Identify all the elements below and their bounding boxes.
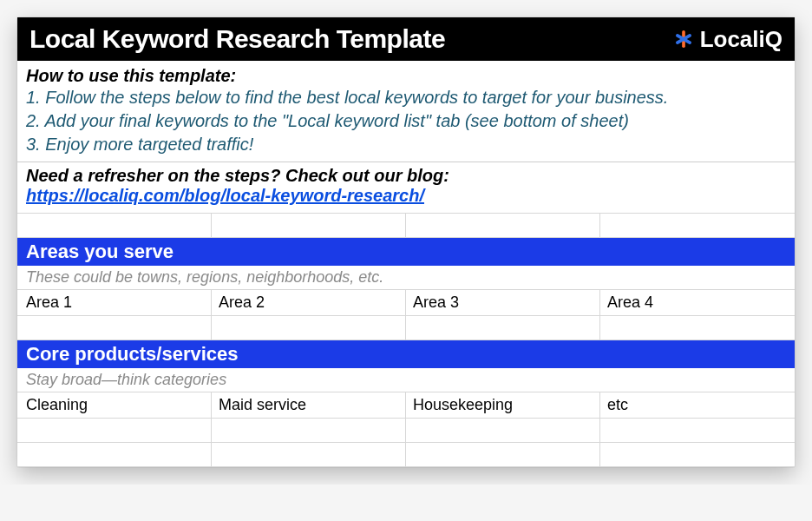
product-cell[interactable]: Cleaning (17, 392, 212, 419)
cell[interactable] (406, 214, 600, 238)
cell[interactable] (212, 214, 406, 238)
cell[interactable] (17, 214, 212, 238)
asterisk-icon (674, 30, 693, 49)
product-cell[interactable]: Maid service (212, 392, 406, 419)
refresher-block: Need a refresher on the steps? Check out… (17, 162, 795, 213)
products-row-blank (17, 443, 795, 467)
blank-row (17, 213, 795, 238)
cell[interactable] (406, 443, 600, 467)
blog-link[interactable]: https://localiq.com/blog/local-keyword-r… (26, 186, 424, 205)
products-row-blank (17, 419, 795, 443)
area-cell[interactable]: Area 3 (406, 290, 600, 316)
cell[interactable] (212, 419, 406, 443)
areas-row-blank (17, 316, 795, 340)
section-header-areas: Areas you serve (17, 238, 795, 266)
cell[interactable] (600, 419, 795, 443)
area-cell[interactable]: Area 2 (212, 290, 406, 316)
instructions-lead: How to use this template: (26, 63, 786, 86)
product-cell[interactable]: Housekeeping (406, 392, 600, 419)
brand: LocaliQ (674, 26, 783, 53)
cell[interactable] (600, 443, 795, 467)
area-cell[interactable]: Area 1 (17, 290, 212, 316)
section-header-products: Core products/services (17, 340, 795, 368)
cell[interactable] (17, 443, 212, 467)
product-cell[interactable]: etc (600, 392, 795, 419)
cell[interactable] (406, 316, 600, 340)
section-note-areas: These could be towns, regions, neighborh… (17, 266, 795, 290)
instruction-step: 1. Follow the steps below to find the be… (26, 86, 786, 109)
cell[interactable] (212, 443, 406, 467)
products-row: Cleaning Maid service Housekeeping etc (17, 392, 795, 419)
page-title: Local Keyword Research Template (29, 24, 445, 54)
instruction-step: 2. Add your final keywords to the "Local… (26, 109, 786, 133)
cell[interactable] (212, 316, 406, 340)
cell[interactable] (600, 316, 795, 340)
spreadsheet-template: Local Keyword Research Template LocaliQ … (17, 17, 795, 467)
cell[interactable] (600, 214, 795, 238)
section-note-products: Stay broad—think categories (17, 368, 795, 392)
areas-row: Area 1 Area 2 Area 3 Area 4 (17, 290, 795, 316)
instruction-step: 3. Enjoy more targeted traffic! (26, 133, 786, 156)
cell[interactable] (406, 419, 600, 443)
title-bar: Local Keyword Research Template LocaliQ (17, 17, 795, 61)
cell[interactable] (17, 316, 212, 340)
cell[interactable] (17, 419, 212, 443)
refresher-lead: Need a refresher on the steps? Check out… (26, 166, 786, 186)
area-cell[interactable]: Area 4 (600, 290, 795, 316)
instructions-block: How to use this template: 1. Follow the … (17, 61, 795, 162)
brand-name: LocaliQ (700, 26, 783, 53)
